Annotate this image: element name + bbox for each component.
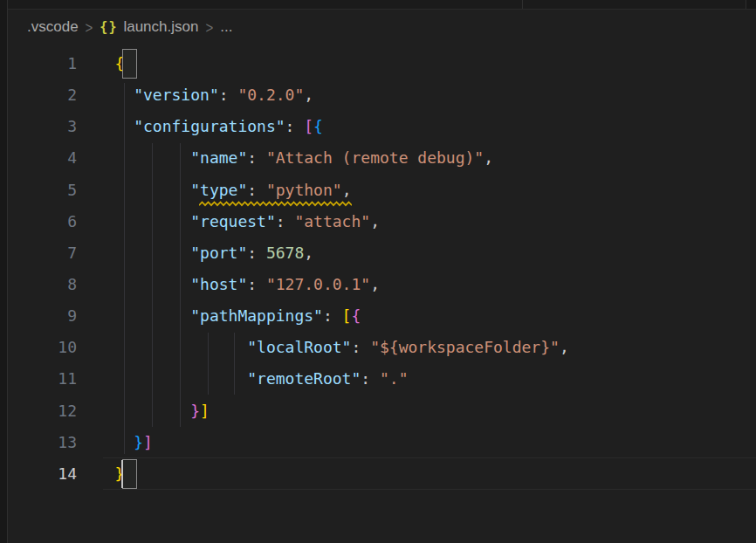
code-token: "python"	[266, 181, 342, 199]
line-number-3[interactable]: 3	[9, 111, 77, 142]
code-line-10[interactable]: 10 "localRoot": "${workspaceFolder}",	[9, 332, 756, 363]
code-token: "type"	[190, 181, 247, 199]
code-line-content: "host": "127.0.0.1",	[77, 269, 380, 300]
line-number-13[interactable]: 13	[9, 427, 77, 458]
code-line-content: "port": 5678,	[77, 237, 313, 269]
code-token	[115, 369, 248, 388]
code-line-content: "remoteRoot": "."	[77, 363, 408, 395]
code-token: "localRoot"	[247, 338, 351, 356]
code-token: :	[247, 181, 266, 199]
line-number-4[interactable]: 4	[9, 142, 77, 174]
line-number-10[interactable]: 10	[9, 332, 77, 363]
warning-squiggle-icon	[199, 201, 352, 207]
code-token: ]	[200, 402, 210, 420]
breadcrumb-item-symbols[interactable]: ...	[220, 18, 232, 36]
breadcrumb-item-folder[interactable]: .vscode	[27, 18, 79, 36]
json-file-icon: {}	[100, 19, 117, 35]
line-number-12[interactable]: 12	[9, 395, 77, 427]
code-token: [	[304, 117, 313, 135]
code-token: "${workspaceFolder}"	[370, 338, 560, 356]
indent-guide	[180, 143, 181, 427]
code-token: ,	[304, 86, 313, 104]
tab-remnant-1[interactable]	[8, 0, 523, 9]
code-token: {	[313, 117, 323, 135]
code-token: :	[247, 275, 266, 293]
code-line-9[interactable]: 9 "pathMappings": [{	[9, 300, 756, 332]
code-token: {	[351, 306, 361, 325]
code-line-1[interactable]: 1{	[9, 48, 756, 79]
left-rail	[0, 0, 8, 543]
code-token: ,	[560, 338, 569, 356]
code-token: "host"	[190, 275, 247, 293]
vscode-window: .vscode > {} launch.json > ... 1{2 "vers…	[0, 0, 756, 543]
code-line-content: "name": "Attach (remote debug)",	[77, 142, 493, 174]
code-line-6[interactable]: 6 "request": "attach",	[9, 206, 756, 237]
code-line-7[interactable]: 7 "port": 5678,	[9, 237, 756, 269]
code-token: "remoteRoot"	[247, 369, 361, 388]
indent-guide	[208, 333, 209, 395]
code-token: "0.2.0"	[237, 86, 304, 104]
code-line-content: "pathMappings": [{	[77, 300, 361, 332]
code-token: :	[351, 338, 370, 356]
code-token: }	[134, 433, 143, 451]
tab-remnant-3	[746, 0, 756, 9]
code-token: 5678	[266, 244, 304, 262]
line-number-5[interactable]: 5	[9, 175, 77, 206]
line-number-2[interactable]: 2	[9, 79, 77, 111]
indent-guide	[124, 83, 125, 454]
code-line-12[interactable]: 12 }]	[9, 395, 756, 427]
line-number-11[interactable]: 11	[9, 363, 77, 395]
code-line-content: "request": "attach",	[77, 206, 380, 237]
code-token: ,	[304, 244, 313, 262]
code-line-2[interactable]: 2 "version": "0.2.0",	[9, 79, 756, 111]
code-token: ]	[143, 433, 153, 451]
code-line-11[interactable]: 11 "remoteRoot": "."	[9, 363, 756, 395]
code-token: "configurations"	[134, 117, 285, 135]
code-token: }	[190, 402, 200, 420]
bracket-match-box-close	[122, 459, 137, 489]
bracket-match-box-open	[122, 49, 137, 79]
code-line-content: "configurations": [{	[77, 111, 323, 142]
code-line-content: }]	[77, 427, 153, 458]
code-token: "pathMappings"	[190, 306, 323, 325]
current-line-border-bottom	[103, 489, 756, 490]
code-token: :	[323, 306, 342, 325]
code-token: "."	[380, 369, 409, 388]
code-line-3[interactable]: 3 "configurations": [{	[9, 111, 756, 142]
code-token: "version"	[134, 86, 219, 104]
line-number-7[interactable]: 7	[9, 237, 77, 269]
code-token: [	[342, 306, 352, 325]
text-cursor	[121, 460, 123, 488]
code-line-content: "localRoot": "${workspaceFolder}",	[77, 332, 569, 363]
indent-guide	[152, 143, 153, 427]
code-lines: 1{2 "version": "0.2.0",3 "configurations…	[9, 48, 756, 490]
code-line-content: "version": "0.2.0",	[77, 79, 313, 111]
code-token: "127.0.0.1"	[266, 275, 370, 293]
line-number-9[interactable]: 9	[9, 300, 77, 332]
breadcrumb-item-file[interactable]: launch.json	[123, 18, 198, 36]
line-number-1[interactable]: 1	[9, 48, 77, 79]
chevron-right-icon: >	[86, 17, 93, 36]
code-token: :	[247, 148, 266, 167]
code-line-4[interactable]: 4 "name": "Attach (remote debug)",	[9, 142, 756, 174]
code-token: "Attach (remote debug)"	[266, 148, 484, 167]
code-token: :	[361, 369, 380, 388]
code-token: :	[219, 86, 238, 104]
editor-tab-strip	[8, 0, 756, 10]
code-line-8[interactable]: 8 "host": "127.0.0.1",	[9, 269, 756, 300]
code-line-5[interactable]: 5 "type": "python",	[9, 175, 756, 206]
code-token: "port"	[190, 244, 247, 262]
tab-remnant-2[interactable]	[523, 0, 746, 9]
code-line-13[interactable]: 13 }]	[9, 427, 756, 458]
line-number-14[interactable]: 14	[9, 458, 77, 490]
line-number-6[interactable]: 6	[9, 206, 77, 237]
chevron-right-icon: >	[205, 17, 213, 36]
line-number-8[interactable]: 8	[9, 269, 77, 300]
code-token: ,	[342, 181, 352, 199]
code-token: ,	[370, 212, 380, 230]
code-line-content: }]	[77, 395, 210, 427]
code-token: "request"	[190, 212, 276, 230]
breadcrumb-bar: .vscode > {} launch.json > ...	[9, 10, 756, 45]
code-token: ,	[370, 275, 380, 293]
code-token: :	[276, 212, 295, 230]
